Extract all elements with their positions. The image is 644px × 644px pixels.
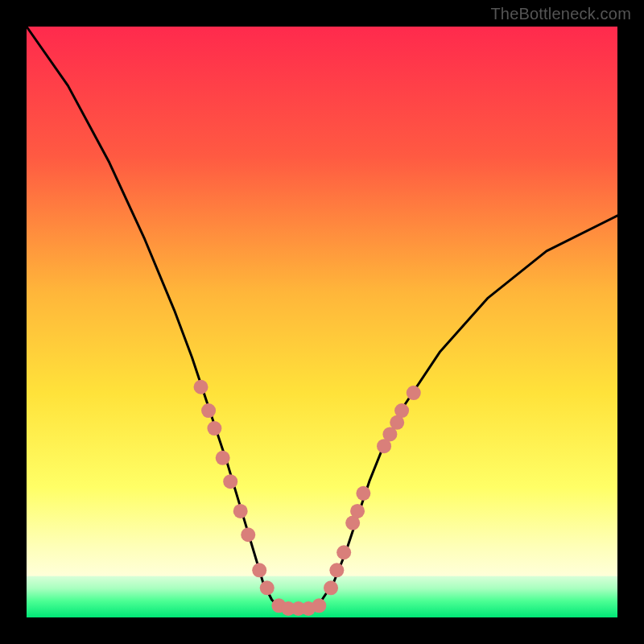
svg-point-2 — [194, 380, 208, 394]
curve-layer — [27, 27, 617, 617]
svg-point-8 — [241, 527, 255, 542]
svg-point-5 — [216, 451, 230, 465]
plot-area — [27, 27, 617, 617]
svg-point-3 — [201, 403, 216, 418]
svg-point-9 — [252, 563, 266, 577]
svg-point-15 — [312, 598, 326, 613]
svg-point-7 — [233, 504, 248, 518]
svg-point-6 — [223, 474, 237, 489]
svg-point-21 — [356, 486, 370, 501]
svg-point-4 — [207, 421, 221, 436]
svg-point-20 — [350, 504, 365, 518]
svg-point-17 — [329, 563, 344, 577]
svg-point-26 — [407, 386, 421, 400]
bottleneck-curve — [27, 27, 617, 609]
svg-point-25 — [394, 403, 409, 418]
svg-point-16 — [324, 580, 338, 595]
attribution-text: TheBottleneck.com — [490, 5, 631, 23]
svg-point-18 — [336, 545, 351, 559]
svg-point-10 — [260, 580, 275, 595]
chart-frame: TheBottleneck.com — [0, 0, 644, 644]
